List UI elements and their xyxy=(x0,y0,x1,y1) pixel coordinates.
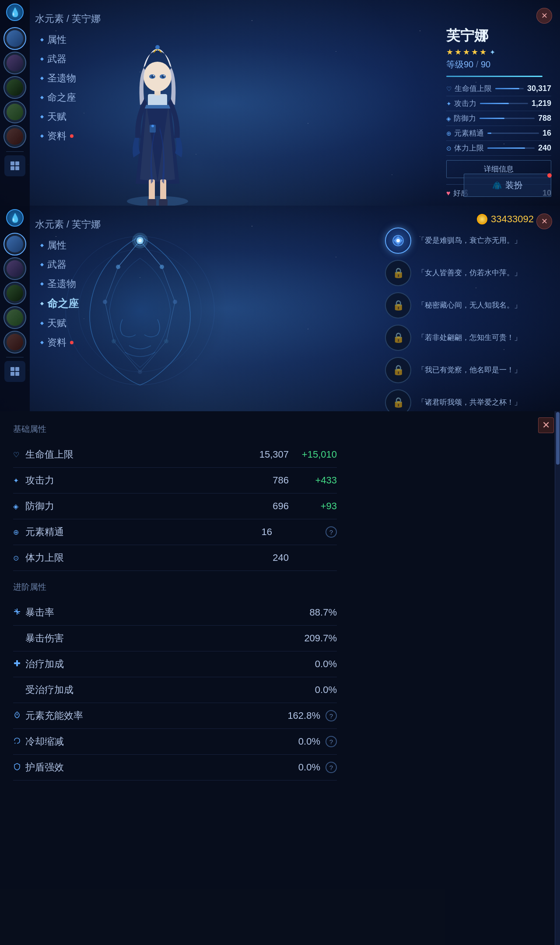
detail-mastery-row: ⊕ 元素精通 16 ? xyxy=(13,519,337,545)
element-icon2[interactable]: 💧 xyxy=(6,209,24,227)
constellation-item-1: 「爱是难驯鸟，衰亡亦无用。」 xyxy=(385,228,551,254)
star-special: ✦ xyxy=(490,48,495,56)
adv-crit-rate-row: 暴击率 88.7% xyxy=(13,600,337,626)
detail-attack-row: ✦ 攻击力 786 +433 xyxy=(13,468,337,494)
adv-shield-help[interactable]: ? xyxy=(326,762,337,773)
const-icon-1[interactable] xyxy=(385,228,411,254)
avatar-char5[interactable] xyxy=(4,125,26,148)
detail-stamina-base: 240 xyxy=(254,552,289,564)
adv-crit-rate-value: 88.7% xyxy=(310,607,337,618)
const-label-4: 「若非处翩翩，怎知生可贵！」 xyxy=(417,332,551,343)
dress-button[interactable]: 🧥 装扮 xyxy=(464,174,551,197)
avatar-char2[interactable] xyxy=(4,52,26,74)
adv-energy-icon xyxy=(13,711,25,721)
stat-attack: ✦ 攻击力 1,219 xyxy=(446,96,551,111)
avatar-char2b[interactable] xyxy=(4,257,26,280)
detail-defense-row: ◈ 防御力 696 +93 xyxy=(13,494,337,519)
detail-stamina-row: ⊙ 体力上限 240 xyxy=(13,545,337,571)
adv-cooldown-value: 0.0% xyxy=(298,736,320,747)
detail-defense-name: 防御力 xyxy=(25,500,254,513)
const-icon-6[interactable]: 🔒 xyxy=(385,389,411,411)
adv-cooldown-help[interactable]: ? xyxy=(326,736,337,747)
lock-icon-4: 🔒 xyxy=(392,332,404,343)
detail-stamina-name: 体力上限 xyxy=(25,551,254,564)
adv-shield-icon xyxy=(13,763,25,772)
close-button[interactable]: ✕ xyxy=(536,8,552,24)
svg-rect-23 xyxy=(15,367,19,371)
const-label-3: 「秘密藏心间，无人知我名。」 xyxy=(417,300,551,311)
character-level: 等级90 / 90 xyxy=(446,59,551,70)
adv-energy-name: 元素充能效率 xyxy=(25,709,287,722)
stat-hp: ♡ 生命值上限 30,317 xyxy=(446,81,551,96)
nav-profile[interactable]: 资料 xyxy=(35,127,81,145)
avatar-char3[interactable] xyxy=(4,76,26,99)
grid-button[interactable] xyxy=(4,155,25,176)
nav-talents[interactable]: 天赋 xyxy=(35,108,81,126)
details-close-button[interactable]: ✕ xyxy=(538,417,554,433)
avatar-char4[interactable] xyxy=(4,101,26,123)
nav-dot-icon xyxy=(40,115,44,119)
detail-attack-name: 攻击力 xyxy=(25,474,254,487)
const-icon-4[interactable]: 🔒 xyxy=(385,325,411,351)
adv-crit-dmg-name: 暴击伤害 xyxy=(25,632,304,645)
constellation-item-2: 🔒 「女人皆善变，仿若水中萍。」 xyxy=(385,260,551,286)
avatar-furina2[interactable] xyxy=(4,233,26,256)
element-icon[interactable]: 💧 xyxy=(6,4,24,21)
character-name: 芙宁娜 xyxy=(446,26,551,46)
svg-point-49 xyxy=(396,239,400,242)
close-button2[interactable]: ✕ xyxy=(536,214,552,229)
avatar-char4b[interactable] xyxy=(4,306,26,329)
stat-stamina: ⊙ 体力上限 240 xyxy=(446,141,551,156)
detail-mastery-icon: ⊕ xyxy=(13,528,25,536)
svg-point-21 xyxy=(151,125,154,127)
avatar-char3b[interactable] xyxy=(4,282,26,304)
avatar-char5b[interactable] xyxy=(4,331,26,354)
svg-point-45 xyxy=(112,339,116,343)
constellation-item-6: 🔒 「诸君听我颂，共举爱之杯！」 xyxy=(385,389,551,411)
adv-shield-row: 护盾强效 0.0% ? xyxy=(13,755,337,780)
detail-hp-row: ♡ 生命值上限 15,307 +15,010 xyxy=(13,442,337,468)
sidebar: 💧 xyxy=(0,0,30,206)
nav-artifacts[interactable]: 圣遗物 xyxy=(35,69,81,88)
const-icon-2[interactable]: 🔒 xyxy=(385,260,411,286)
svg-point-4 xyxy=(127,196,188,206)
detail-stamina-icon: ⊙ xyxy=(13,554,25,562)
const-icon-5[interactable]: 🔒 xyxy=(385,357,411,383)
scrollbar-thumb[interactable] xyxy=(556,412,560,465)
nav-constellation[interactable]: 命之座 xyxy=(35,88,81,107)
const-label-1: 「爱是难驯鸟，衰亡亦无用。」 xyxy=(417,235,551,246)
basic-stats-heading: 基础属性 xyxy=(13,420,337,435)
detail-attack-icon: ✦ xyxy=(13,476,25,485)
adv-shield-value: 0.0% xyxy=(298,762,320,773)
adv-energy-row: 元素充能效率 162.8% ? xyxy=(13,703,337,729)
details-scrollbar[interactable] xyxy=(555,411,560,945)
nav-weapon[interactable]: 武器 xyxy=(35,50,81,68)
star-5: ★ xyxy=(480,47,486,57)
nav-dot-icon2 xyxy=(40,282,44,286)
svg-rect-3 xyxy=(15,166,19,170)
detail-hp-bonus: +15,010 xyxy=(293,449,337,460)
svg-rect-19 xyxy=(159,199,168,206)
nav-dot-icon2 xyxy=(40,322,44,325)
grid-button2[interactable] xyxy=(4,361,25,382)
nav-dot-icon xyxy=(40,96,44,99)
svg-point-40 xyxy=(132,233,148,248)
nav-attributes[interactable]: 属性 xyxy=(35,31,81,49)
stars-row: ★ ★ ★ ★ ★ ✦ xyxy=(446,47,551,57)
nav-dot-icon2 xyxy=(40,244,44,247)
const-icon-3[interactable]: 🔒 xyxy=(385,292,411,318)
adv-energy-help[interactable]: ? xyxy=(326,710,337,721)
dress-alert-badge xyxy=(547,173,552,178)
svg-rect-54 xyxy=(14,662,20,664)
svg-point-43 xyxy=(103,300,107,304)
detail-hp-name: 生命值上限 xyxy=(25,448,254,461)
adv-cooldown-row: 冷却缩减 0.0% ? xyxy=(13,729,337,755)
lock-icon-3: 🔒 xyxy=(392,300,404,311)
alert-badge xyxy=(70,134,74,138)
avatar-furina[interactable] xyxy=(4,27,26,50)
adv-cooldown-name: 冷却缩减 xyxy=(25,735,298,748)
svg-point-8 xyxy=(144,62,172,91)
adv-healing-name: 治疗加成 xyxy=(25,658,315,671)
detail-mastery-help[interactable]: ? xyxy=(326,526,337,538)
gold-coin-icon xyxy=(477,214,487,224)
